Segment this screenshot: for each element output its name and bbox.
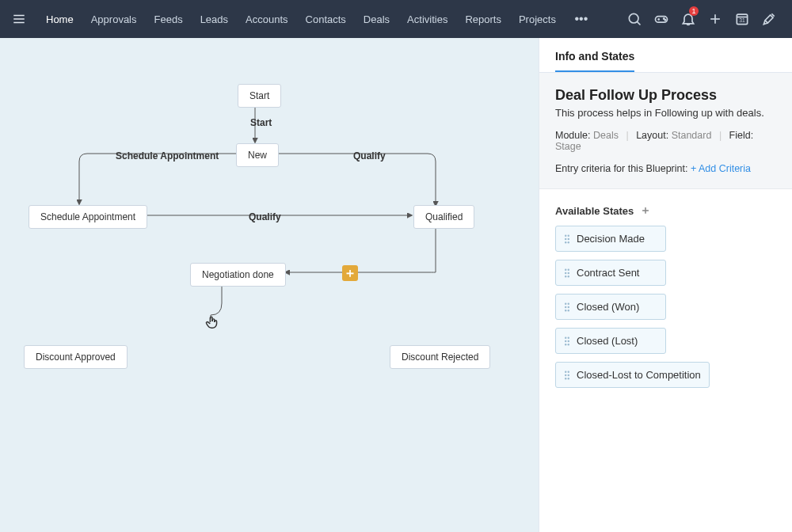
svg-point-17: [565, 238, 566, 239]
transition-qualify-2[interactable]: Qualify: [236, 208, 294, 226]
notifications-icon[interactable]: 1: [675, 0, 702, 38]
svg-point-35: [565, 340, 566, 341]
state-node-start[interactable]: Start: [238, 84, 281, 108]
nav-tab-home[interactable]: Home: [38, 0, 82, 38]
svg-point-37: [565, 344, 566, 345]
svg-point-22: [568, 268, 569, 270]
add-transition-icon[interactable]: ＋: [342, 265, 358, 281]
svg-point-9: [664, 20, 665, 21]
state-node-discount-approved[interactable]: Discount Approved: [24, 345, 128, 369]
svg-line-4: [637, 21, 640, 25]
blueprint-meta: Module: Deals | Layout: Standard | Field…: [555, 130, 776, 152]
nav-tab-projects[interactable]: Projects: [511, 0, 564, 38]
available-states-label: Available States: [555, 205, 634, 217]
svg-point-23: [565, 272, 566, 273]
nav-tab-reports[interactable]: Reports: [457, 0, 509, 38]
plus-icon[interactable]: [702, 0, 729, 38]
svg-text:31: 31: [739, 17, 745, 23]
state-node-schedule-appointment[interactable]: Schedule Appointment: [29, 205, 147, 229]
grip-icon: [564, 370, 570, 380]
sidebar-tabs: Info and States: [539, 38, 792, 73]
grip-icon: [564, 302, 570, 312]
svg-point-28: [568, 302, 569, 304]
svg-point-29: [565, 306, 566, 307]
state-chip[interactable]: Closed (Won): [555, 294, 666, 320]
nav-more-icon[interactable]: •••: [570, 12, 592, 26]
nav-tab-leads[interactable]: Leads: [192, 0, 236, 38]
svg-point-19: [565, 241, 566, 243]
svg-point-39: [565, 370, 566, 372]
svg-point-31: [565, 310, 566, 311]
transition-qualify-1[interactable]: Qualify: [341, 147, 398, 165]
blueprint-sidebar: Info and States Deal Follow Up Process T…: [539, 38, 792, 532]
state-chip-label: Contract Sent: [577, 267, 640, 279]
grip-icon: [564, 268, 570, 278]
svg-point-15: [565, 234, 566, 236]
svg-point-32: [568, 310, 569, 311]
svg-point-38: [568, 344, 569, 345]
svg-point-42: [568, 374, 569, 375]
pointer-cursor-icon: [204, 314, 222, 331]
svg-point-33: [565, 336, 566, 338]
nav-tab-activities[interactable]: Activities: [399, 0, 455, 38]
blueprint-description: This process helps in Following up with …: [555, 107, 776, 119]
svg-point-21: [565, 268, 566, 270]
nav-tab-feeds[interactable]: Feeds: [147, 0, 191, 38]
state-chip-label: Closed-Lost to Competition: [577, 369, 701, 381]
state-chip-label: Decision Made: [577, 233, 645, 245]
search-icon[interactable]: [621, 0, 648, 38]
transition-schedule-appointment[interactable]: Schedule Appointment: [103, 147, 231, 165]
svg-point-25: [565, 276, 566, 277]
blueprint-title: Deal Follow Up Process: [555, 87, 776, 104]
state-chip[interactable]: Decision Made: [555, 226, 666, 252]
transition-start[interactable]: Start: [238, 114, 284, 131]
svg-point-20: [568, 241, 569, 243]
svg-point-16: [568, 234, 569, 236]
state-node-discount-rejected[interactable]: Discount Rejected: [390, 345, 490, 369]
tools-icon[interactable]: [756, 0, 782, 38]
svg-point-26: [568, 276, 569, 277]
state-node-qualified[interactable]: Qualified: [413, 205, 474, 229]
svg-point-8: [664, 18, 664, 19]
grip-icon: [564, 336, 570, 346]
nav-tabs: Home Approvals Feeds Leads Accounts Cont…: [38, 0, 564, 38]
state-chip-label: Closed (Lost): [577, 335, 638, 347]
available-states: Available States ＋ Decision Made Contrac…: [539, 189, 792, 410]
svg-point-24: [568, 272, 569, 273]
svg-point-40: [568, 370, 569, 372]
svg-point-34: [568, 336, 569, 338]
svg-point-36: [568, 340, 569, 341]
state-chip-label: Closed (Won): [577, 301, 639, 313]
grip-icon: [564, 234, 570, 244]
nav-tab-deals[interactable]: Deals: [356, 0, 398, 38]
svg-point-43: [565, 378, 566, 379]
nav-tab-accounts[interactable]: Accounts: [238, 0, 295, 38]
svg-point-41: [565, 374, 566, 375]
svg-point-44: [568, 378, 569, 379]
games-icon[interactable]: [648, 0, 675, 38]
top-nav: Home Approvals Feeds Leads Accounts Cont…: [0, 0, 792, 38]
state-chip[interactable]: Closed (Lost): [555, 328, 666, 354]
state-chip[interactable]: Closed-Lost to Competition: [555, 362, 710, 388]
svg-point-18: [568, 238, 569, 239]
state-chip[interactable]: Contract Sent: [555, 260, 666, 286]
calendar-icon[interactable]: 31: [729, 0, 756, 38]
svg-point-27: [565, 302, 566, 304]
svg-point-3: [629, 13, 638, 23]
sidebar-tab-info-states[interactable]: Info and States: [555, 50, 634, 72]
svg-point-30: [568, 306, 569, 307]
blueprint-info: Deal Follow Up Process This process help…: [539, 73, 792, 189]
add-state-icon[interactable]: ＋: [640, 203, 651, 218]
blueprint-canvas[interactable]: Start Start New Schedule Appointment Qua…: [0, 38, 539, 532]
nav-tab-contacts[interactable]: Contacts: [298, 0, 354, 38]
add-criteria-link[interactable]: + Add Criteria: [691, 163, 751, 174]
state-node-negotiation-done[interactable]: Negotiation done: [190, 263, 286, 287]
hamburger-icon[interactable]: [10, 10, 29, 28]
notif-badge: 1: [689, 6, 699, 16]
nav-tab-approvals[interactable]: Approvals: [83, 0, 145, 38]
entry-criteria-row: Entry criteria for this Blueprint: + Add…: [555, 163, 776, 174]
state-node-new[interactable]: New: [236, 143, 279, 167]
